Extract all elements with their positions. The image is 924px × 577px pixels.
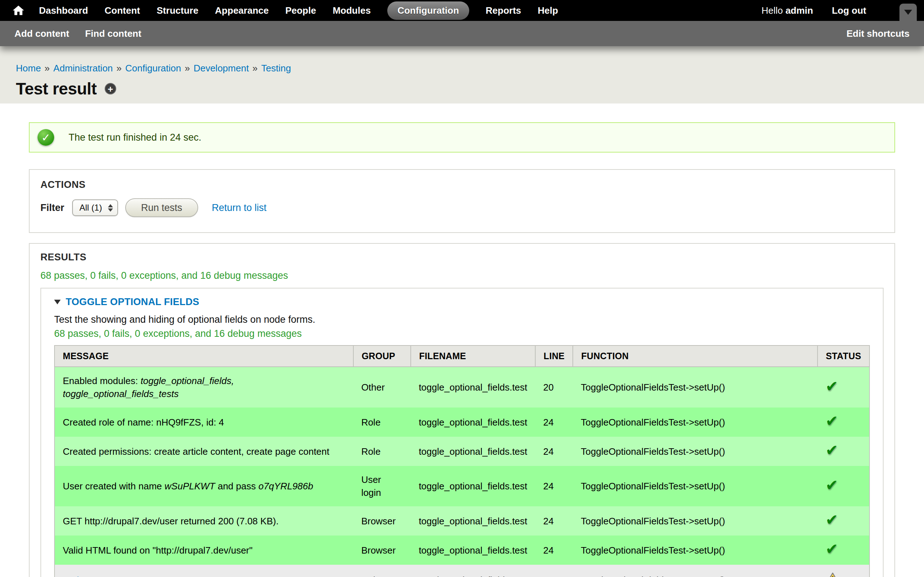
nav-item-help[interactable]: Help <box>538 5 558 16</box>
main-content: ✓ The test run finished in 24 sec. ACTIO… <box>0 103 924 577</box>
nav-item-modules[interactable]: Modules <box>333 5 371 16</box>
cell-function: ToggleOptionalFieldsTest->setUp() <box>573 535 817 565</box>
column-header-message: MESSAGE <box>55 345 353 367</box>
result-row: Enabled modules: toggle_optional_fields,… <box>55 367 869 408</box>
cell-group: Browser <box>353 506 411 535</box>
column-header-group: GROUP <box>353 345 411 367</box>
cell-line: 24 <box>535 565 573 577</box>
breadcrumb-link-configuration[interactable]: Configuration <box>125 63 181 74</box>
cell-status <box>817 565 869 577</box>
shortcuts-bar: Add content Find content Edit shortcuts <box>0 21 924 46</box>
cell-group: Role <box>353 437 411 466</box>
cell-message: Created permissions: create article cont… <box>55 437 353 466</box>
column-header-status: STATUS <box>817 345 869 367</box>
drupal-test-result-page: DashboardContentStructureAppearancePeopl… <box>0 0 924 577</box>
filter-select[interactable]: All (1) <box>72 200 118 216</box>
test-group-fieldset: TOGGLE OPTIONAL FIELDS Test the showing … <box>40 288 884 577</box>
test-group-description: Test the showing and hiding of optional … <box>54 314 870 325</box>
cell-message: Verbose message <box>55 565 353 577</box>
home-icon[interactable] <box>12 4 24 16</box>
nav-item-structure[interactable]: Structure <box>157 5 199 16</box>
filter-row: Filter All (1) Run tests Return to list <box>40 198 884 217</box>
cell-group: Role <box>353 408 411 437</box>
return-to-list-link[interactable]: Return to list <box>212 202 267 213</box>
verbose-message-link[interactable]: Verbose message <box>63 575 138 577</box>
run-tests-button[interactable]: Run tests <box>125 198 198 217</box>
nav-item-appearance[interactable]: Appearance <box>215 5 269 16</box>
cell-line: 24 <box>535 408 573 437</box>
result-row: Verbose messageDebugtoggle_optional_fiel… <box>55 565 869 577</box>
test-group-summary: 68 passes, 0 fails, 0 exceptions, and 16… <box>54 328 870 339</box>
username: admin <box>785 5 813 16</box>
pass-check-icon: ✔ <box>825 444 838 457</box>
nav-item-dashboard[interactable]: Dashboard <box>39 5 88 16</box>
cell-function: ToggleOptionalFieldsTest->setUp() <box>573 367 817 408</box>
breadcrumb-separator: » <box>116 63 122 74</box>
add-shortcut-icon[interactable]: + <box>105 83 116 95</box>
warning-icon <box>825 572 840 577</box>
results-table-body: Enabled modules: toggle_optional_fields,… <box>55 367 869 577</box>
cell-group: Other <box>353 367 411 408</box>
cell-status: ✔ <box>817 437 869 466</box>
cell-filename: toggle_optional_fields.test <box>411 408 535 437</box>
cell-message: Created role of name: nHQ9fFZS, id: 4 <box>55 408 353 437</box>
cell-message: Valid HTML found on "http://drupal7.dev/… <box>55 535 353 565</box>
test-group-toggle[interactable]: TOGGLE OPTIONAL FIELDS <box>54 297 870 308</box>
collapse-arrow-icon <box>54 300 61 305</box>
breadcrumb-separator: » <box>252 63 257 74</box>
breadcrumb-link-testing[interactable]: Testing <box>261 63 291 74</box>
shortcut-add-content[interactable]: Add content <box>15 28 69 39</box>
nav-item-configuration[interactable]: Configuration <box>387 2 469 20</box>
cell-line: 20 <box>535 367 573 408</box>
shortcut-find-content[interactable]: Find content <box>85 28 142 39</box>
nav-item-content[interactable]: Content <box>105 5 140 16</box>
result-row: User created with name wSuPLKWT and pass… <box>55 466 869 506</box>
logout-link[interactable]: Log out <box>832 5 866 16</box>
column-header-filename: FILENAME <box>411 345 535 367</box>
results-summary: 68 passes, 0 fails, 0 exceptions, and 16… <box>40 270 884 281</box>
cell-function: ToggleOptionalFieldsTest->setUp() <box>573 565 817 577</box>
page-header: Home»Administration»Configuration»Develo… <box>0 46 924 103</box>
edit-shortcuts-link[interactable]: Edit shortcuts <box>846 28 909 39</box>
pass-check-icon: ✔ <box>825 543 838 556</box>
column-header-line: LINE <box>535 345 573 367</box>
cell-status: ✔ <box>817 535 869 565</box>
pass-check-icon: ✔ <box>825 415 838 428</box>
breadcrumb-separator: » <box>44 63 50 74</box>
result-row: GET http://drupal7.dev/user returned 200… <box>55 506 869 535</box>
cell-filename: toggle_optional_fields.test <box>411 506 535 535</box>
cell-filename: toggle_optional_fields.test <box>411 367 535 408</box>
cell-status: ✔ <box>817 506 869 535</box>
cell-status: ✔ <box>817 466 869 506</box>
pass-check-icon: ✔ <box>825 479 838 492</box>
toolbar-account-links: Hello admin Log out <box>762 5 866 16</box>
greeting-text: Hello admin <box>762 5 813 16</box>
cell-filename: toggle_optional_fields.test <box>411 466 535 506</box>
chevron-down-icon <box>904 10 912 15</box>
cell-line: 24 <box>535 437 573 466</box>
cell-message: User created with name wSuPLKWT and pass… <box>55 466 353 506</box>
breadcrumb-link-administration[interactable]: Administration <box>53 63 113 74</box>
pass-check-icon: ✔ <box>825 514 838 527</box>
actions-legend: ACTIONS <box>40 179 884 190</box>
cell-group: Browser <box>353 535 411 565</box>
status-message: ✓ The test run finished in 24 sec. <box>29 122 895 153</box>
cell-function: ToggleOptionalFieldsTest->setUp() <box>573 408 817 437</box>
cell-filename: toggle_optional_fields.test <box>411 565 535 577</box>
breadcrumb-link-home[interactable]: Home <box>16 63 41 74</box>
cell-filename: toggle_optional_fields.test <box>411 437 535 466</box>
toolbar-toggle-button[interactable] <box>900 3 917 21</box>
cell-function: ToggleOptionalFieldsTest->setUp() <box>573 466 817 506</box>
result-row: Valid HTML found on "http://drupal7.dev/… <box>55 535 869 565</box>
cell-filename: toggle_optional_fields.test <box>411 535 535 565</box>
admin-toolbar: DashboardContentStructureAppearancePeopl… <box>0 0 924 21</box>
pass-check-icon: ✔ <box>825 380 838 393</box>
nav-item-reports[interactable]: Reports <box>486 5 521 16</box>
cell-group: Debug <box>353 565 411 577</box>
results-table: MESSAGEGROUPFILENAMELINEFUNCTIONSTATUS E… <box>54 345 870 577</box>
cell-status: ✔ <box>817 367 869 408</box>
cell-group: User login <box>353 466 411 506</box>
breadcrumb-link-development[interactable]: Development <box>194 63 249 74</box>
cell-line: 24 <box>535 506 573 535</box>
nav-item-people[interactable]: People <box>285 5 316 16</box>
